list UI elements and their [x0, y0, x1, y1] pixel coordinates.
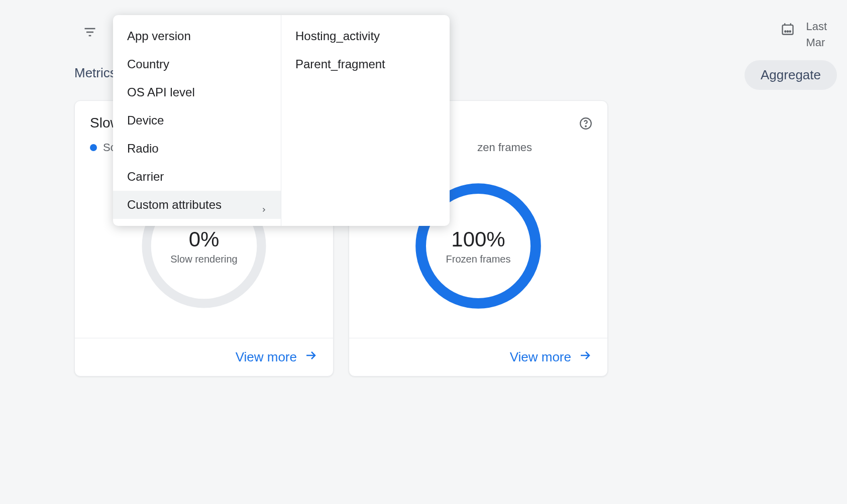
- menu-item-custom-attributes[interactable]: Custom attributes: [113, 191, 281, 219]
- calendar-icon: [781, 22, 795, 36]
- donut-label: Slow rendering: [170, 254, 237, 265]
- donut-percent: 100%: [451, 227, 505, 251]
- legend-label: zen frames: [477, 141, 532, 154]
- card-footer: View more: [75, 338, 333, 376]
- legend-dot-icon: [90, 144, 97, 151]
- filter-icon[interactable]: [83, 25, 97, 39]
- view-more-label: View more: [236, 349, 297, 365]
- aggregate-chip[interactable]: Aggregate: [745, 60, 837, 90]
- chevron-right-icon: [261, 202, 267, 208]
- svg-rect-3: [783, 25, 793, 35]
- filter-menu-primary: App version Country OS API level Device …: [113, 15, 281, 226]
- svg-point-6: [785, 31, 786, 32]
- help-icon[interactable]: [579, 117, 592, 132]
- donut-label: Frozen frames: [446, 254, 511, 265]
- svg-point-8: [790, 31, 791, 32]
- donut-percent: 0%: [189, 227, 220, 251]
- svg-point-7: [787, 31, 788, 32]
- arrow-right-icon: [304, 349, 318, 365]
- date-line1: Last: [806, 20, 827, 33]
- menu-item-radio[interactable]: Radio: [113, 135, 281, 163]
- filter-menu: App version Country OS API level Device …: [113, 15, 450, 226]
- view-more-label: View more: [510, 349, 571, 365]
- date-range[interactable]: Last Mar: [781, 20, 827, 49]
- menu-item-hosting-activity[interactable]: Hosting_activity: [281, 22, 450, 50]
- arrow-right-icon: [578, 349, 592, 365]
- view-more-button[interactable]: View more: [510, 349, 592, 365]
- menu-item-country[interactable]: Country: [113, 50, 281, 78]
- metrics-label: Metrics: [74, 65, 117, 81]
- menu-item-os-api-level[interactable]: OS API level: [113, 78, 281, 106]
- card-footer: View more: [349, 338, 607, 376]
- view-more-button[interactable]: View more: [236, 349, 318, 365]
- menu-item-device[interactable]: Device: [113, 106, 281, 135]
- menu-item-carrier[interactable]: Carrier: [113, 163, 281, 191]
- date-line2: Mar: [806, 36, 827, 49]
- menu-item-parent-fragment[interactable]: Parent_fragment: [281, 50, 450, 78]
- filter-menu-secondary: Hosting_activity Parent_fragment: [281, 15, 450, 226]
- svg-point-13: [585, 126, 586, 127]
- menu-item-app-version[interactable]: App version: [113, 22, 281, 50]
